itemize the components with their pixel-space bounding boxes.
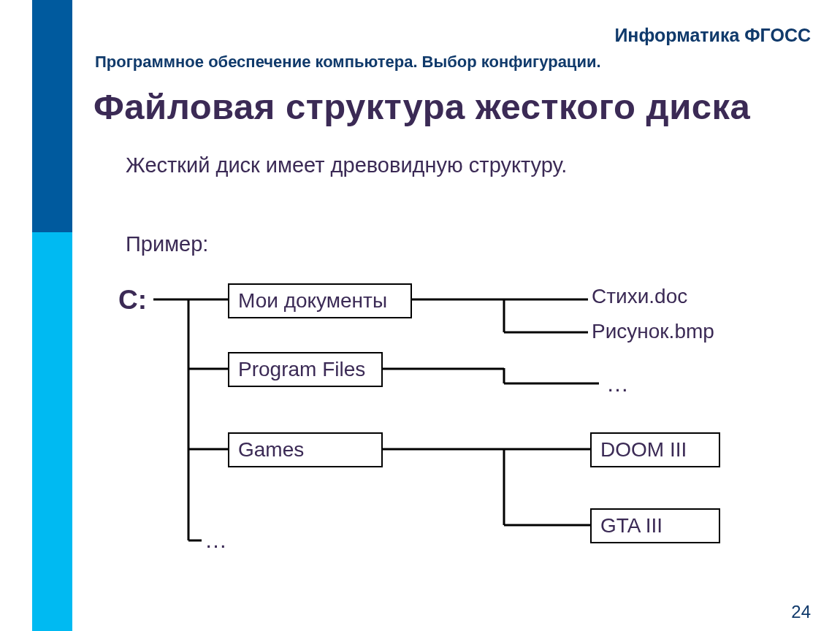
example-label: Пример: [126, 232, 208, 256]
header-subject: Информатика ФГОСС [0, 25, 811, 46]
folder-box-docs: Мои документы [228, 283, 412, 318]
subfolder-box-gta: GTA III [590, 508, 720, 543]
subfolder-box-doom: DOOM III [590, 432, 720, 467]
page-number: 24 [791, 602, 811, 622]
header-subtitle: Программное обеспечение компьютера. Выбо… [95, 53, 601, 72]
ellipsis-root: … [205, 527, 229, 554]
sidebar-accent-bottom [32, 232, 72, 631]
root-drive-label: C: [118, 285, 147, 316]
slide-title: Файловая структура жесткого диска [93, 86, 750, 127]
description-text: Жесткий диск имеет древовидную структуру… [126, 153, 567, 177]
folder-box-games: Games [228, 432, 383, 467]
file-doc2: Рисунок.bmp [592, 320, 714, 343]
ellipsis-program-files: … [606, 371, 630, 397]
folder-box-program-files: Program Files [228, 352, 383, 387]
file-doc1: Стихи.doc [592, 285, 687, 308]
